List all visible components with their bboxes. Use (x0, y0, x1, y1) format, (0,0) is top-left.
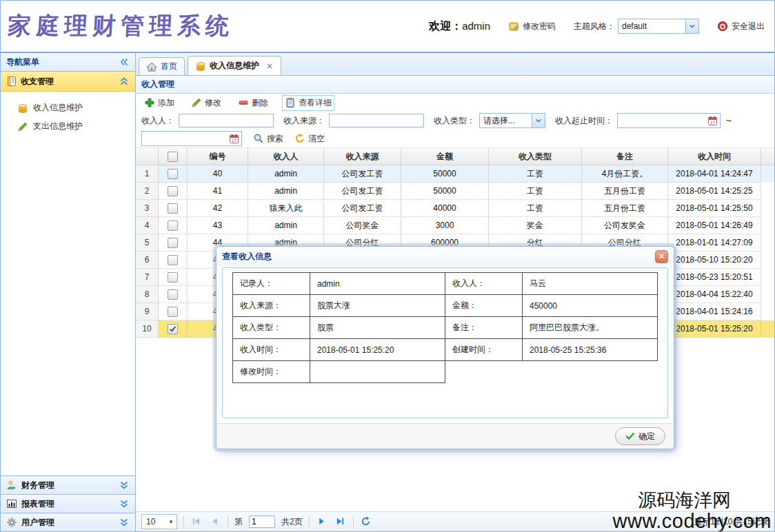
data-cell: 公司发工资 (324, 165, 401, 183)
dialog-header[interactable]: 查看收入信息 ✕ (217, 247, 674, 266)
chevron-down-icon[interactable] (685, 19, 698, 33)
table-row[interactable]: 241admin公司发工资50000工资五月份工资2018-05-01 14:2… (136, 183, 774, 200)
prev-page-button[interactable] (209, 515, 221, 528)
header-col-编号[interactable]: 编号 (188, 147, 248, 165)
search-button[interactable]: 搜索 (253, 133, 283, 145)
clear-button[interactable]: 清空 (294, 133, 325, 145)
field-value: 阿里巴巴股票大涨。 (523, 317, 658, 339)
date-from-input[interactable]: 17 (617, 113, 721, 128)
dialog-table-body: 记录人：admin收入人：马云收入来源：股票大涨金额：450000收入类型：股票… (233, 273, 658, 383)
row-checkbox[interactable] (168, 169, 178, 179)
page-number-input[interactable] (249, 515, 275, 528)
clipboard-icon (285, 97, 296, 108)
sidebar-group-active[interactable]: 收支管理 (1, 72, 135, 92)
table-row[interactable]: 140admin公司发工资50000工资4月份工资。2018-04-01 14:… (136, 165, 774, 183)
sidebar-group-报表管理[interactable]: 报表管理 (1, 494, 135, 513)
last-page-icon (335, 516, 346, 527)
ok-button[interactable]: 确定 (615, 427, 665, 445)
page-size-value: 10 (142, 517, 168, 526)
view-income-dialog: 查看收入信息 ✕ 记录人：admin收入人：马云收入来源：股票大涨金额：4500… (216, 246, 674, 449)
tab-首页[interactable]: 首页 (139, 57, 185, 75)
chevron-up-double-icon (119, 76, 130, 87)
row-checkbox[interactable] (168, 203, 178, 214)
app-header: 家庭理财管理系统 欢迎：admin 修改密码 主题风格： default 安全退… (1, 1, 774, 53)
data-cell: 2018-04-01 14:24:47 (668, 165, 761, 183)
source-input[interactable] (329, 114, 424, 127)
prev-page-icon (210, 516, 221, 527)
empty-area (445, 361, 658, 383)
search-label: 搜索 (267, 133, 283, 145)
gear-icon (6, 517, 17, 528)
tab-收入信息维护[interactable]: 收入信息维护 (188, 56, 281, 75)
row-checkbox[interactable] (168, 255, 178, 265)
coins-icon (17, 103, 28, 114)
header-col-收入人[interactable]: 收入人 (248, 147, 324, 165)
change-password-button[interactable]: 修改密码 (508, 21, 556, 32)
sidebar-bottom-groups: 财务管理报表管理用户管理 (1, 475, 135, 531)
checkbox-cell (159, 200, 188, 217)
type-select[interactable]: 请选择... (479, 113, 545, 128)
view-details-button[interactable]: 查看详细 (282, 95, 334, 111)
row-checkbox[interactable] (168, 307, 178, 317)
chevron-down-double-icon (119, 498, 130, 509)
data-cell: 41 (188, 183, 248, 200)
sidebar-item-支出信息维护[interactable]: 支出信息维护 (1, 117, 135, 136)
row-checkbox[interactable] (168, 238, 178, 248)
row-checkbox[interactable] (168, 186, 178, 196)
sidebar-item-收入信息维护[interactable]: 收入信息维护 (1, 99, 135, 117)
last-page-button[interactable] (334, 515, 347, 528)
row-checkbox[interactable] (168, 272, 178, 283)
first-page-button[interactable] (190, 515, 203, 528)
data-cell: 工资 (489, 165, 582, 183)
header-col-金额[interactable]: 金额 (401, 147, 489, 165)
chart-icon (6, 498, 17, 509)
theme-select-value: default (618, 19, 685, 33)
table-row[interactable]: 342猿来入此公司发工资40000工资五月份工资2018-05-01 14:25… (136, 200, 774, 217)
type-label: 收入类型： (434, 115, 475, 127)
table-row[interactable]: 443admin公司奖金3000奖金公司发奖金2018-05-01 14:26:… (136, 217, 774, 234)
person-label: 收入人： (141, 115, 174, 127)
header-col-收入类型[interactable]: 收入类型 (489, 147, 582, 165)
row-checkbox[interactable] (168, 152, 178, 162)
row-checkbox[interactable] (168, 221, 178, 231)
calendar-icon[interactable]: 17 (229, 134, 239, 144)
edit-button[interactable]: 修改 (188, 95, 224, 111)
page-size-select[interactable]: 10 ▼ (141, 514, 177, 529)
row-checkbox[interactable] (168, 324, 178, 334)
edit-label: 修改 (205, 97, 221, 109)
next-page-button[interactable] (316, 515, 328, 528)
data-cell: 2018-05-01 15:25:20 (668, 320, 761, 338)
chevron-down-icon[interactable] (532, 114, 545, 127)
add-icon (144, 97, 155, 108)
person-input[interactable] (179, 114, 274, 127)
dialog-table-row: 收入来源：股票大涨金额：450000 (233, 295, 658, 317)
chevron-down-icon: ▼ (168, 519, 177, 525)
logout-button[interactable]: 安全退出 (717, 21, 765, 32)
search-icon (253, 133, 264, 144)
header-col-备注[interactable]: 备注 (582, 147, 668, 165)
sidebar-group-财务管理[interactable]: 财务管理 (1, 475, 135, 494)
tab-close-icon[interactable] (265, 62, 274, 70)
data-cell: 公司发奖金 (582, 217, 668, 234)
close-icon[interactable]: ✕ (655, 250, 668, 263)
ok-label: 确定 (638, 431, 655, 442)
calendar-icon[interactable]: 17 (707, 116, 718, 126)
row-number-cell: 4 (136, 217, 159, 234)
theme-select[interactable]: default (618, 19, 699, 34)
header-col-收入时间[interactable]: 收入时间 (668, 147, 761, 165)
date-to-input[interactable]: 17 (141, 131, 242, 146)
row-checkbox[interactable] (168, 289, 178, 300)
collapse-sidebar-icon[interactable] (119, 57, 130, 68)
sidebar: 导航菜单 收支管理 收入信息维护支出信息维护 财务管理报表管理用户管理 (1, 53, 136, 531)
field-label: 收入人： (445, 273, 523, 295)
sidebar-group-用户管理[interactable]: 用户管理 (1, 513, 135, 531)
welcome-label: 欢迎： (429, 20, 462, 32)
header-rownum (136, 147, 159, 165)
refresh-button[interactable] (360, 515, 372, 528)
field-label: 修改时间： (233, 361, 310, 383)
delete-button[interactable]: 删除 (235, 95, 271, 111)
header-col-收入来源[interactable]: 收入来源 (324, 147, 401, 165)
sidebar-title-bar: 导航菜单 (1, 53, 135, 72)
checkbox-cell (159, 269, 188, 286)
add-button[interactable]: 添加 (141, 95, 177, 111)
